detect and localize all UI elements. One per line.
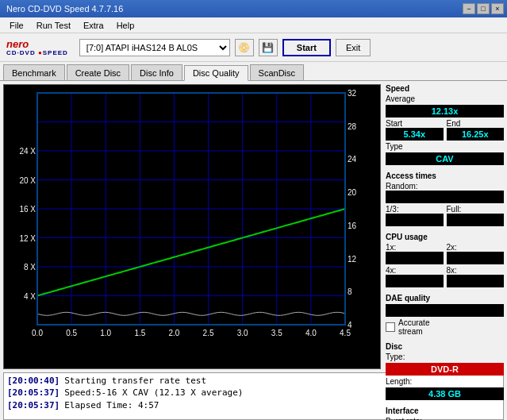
disc-length-value: 4.38 GB bbox=[386, 387, 504, 400]
cpu-x4-label: 4x: bbox=[386, 266, 444, 275]
title-bar: Nero CD-DVD Speed 4.7.7.16 − □ × bbox=[0, 0, 507, 17]
start-value: 5.34x bbox=[386, 128, 444, 141]
type-value: CAV bbox=[386, 152, 504, 165]
cpu-row2: 4x: 8x: bbox=[386, 266, 504, 287]
cpu-x2-col: 2x: bbox=[447, 243, 505, 264]
exit-button[interactable]: Exit bbox=[336, 39, 371, 56]
tab-benchmark[interactable]: Benchmark bbox=[3, 64, 65, 80]
third-value bbox=[386, 214, 444, 226]
toolbar: nero CD·DVD ●SPEED [7:0] ATAPI iHAS124 B… bbox=[0, 33, 507, 62]
cpu-row1: 1x: 2x: bbox=[386, 243, 504, 264]
full-col: Full: bbox=[447, 205, 505, 226]
interface-section: Interface Burst rate: bbox=[386, 407, 504, 420]
disc-title: Disc bbox=[386, 342, 504, 351]
menu-help[interactable]: Help bbox=[110, 19, 141, 32]
access-times-row: Random: bbox=[386, 182, 504, 203]
tab-disc-info[interactable]: Disc Info bbox=[131, 64, 182, 80]
eject-icon-button[interactable]: 📀 bbox=[235, 39, 254, 56]
random-value bbox=[386, 191, 504, 203]
menu-extra[interactable]: Extra bbox=[77, 19, 110, 32]
type-label: Type bbox=[386, 142, 504, 151]
accurate-stream-checkbox[interactable] bbox=[386, 322, 395, 332]
chart-area bbox=[3, 84, 381, 369]
cpu-x8-value bbox=[447, 275, 505, 287]
cpu-x8-col: 8x: bbox=[447, 266, 505, 287]
average-label: Average bbox=[386, 94, 504, 103]
access-times-title: Access times bbox=[386, 171, 504, 180]
third-label: 1/3: bbox=[386, 205, 444, 214]
access-13-full-row: 1/3: Full: bbox=[386, 205, 504, 226]
log-time-0: [20:00:40] bbox=[7, 375, 60, 387]
cpu-x4-col: 4x: bbox=[386, 266, 444, 287]
cpu-x4-value bbox=[386, 275, 444, 287]
disc-type-value: DVD-R bbox=[386, 363, 504, 376]
end-value: 16.25x bbox=[447, 128, 505, 141]
access-times-section: Access times Random: 1/3: Full: bbox=[386, 171, 504, 226]
cpu-x1-value bbox=[386, 252, 444, 264]
speed-title: Speed bbox=[386, 84, 504, 93]
cpu-x2-label: 2x: bbox=[447, 243, 505, 252]
log-msg-0: Starting transfer rate test bbox=[64, 375, 206, 387]
full-label: Full: bbox=[447, 205, 505, 214]
menu-run-test[interactable]: Run Test bbox=[30, 19, 77, 32]
random-col: Random: bbox=[386, 182, 504, 203]
close-button[interactable]: × bbox=[491, 3, 504, 14]
minimize-button[interactable]: − bbox=[463, 3, 475, 14]
title-bar-text: Nero CD-DVD Speed 4.7.7.16 bbox=[6, 4, 123, 13]
maximize-button[interactable]: □ bbox=[477, 3, 490, 14]
cpu-x1-label: 1x: bbox=[386, 243, 444, 252]
end-col: End 16.25x bbox=[447, 119, 505, 141]
log-msg-2: Elapsed Time: 4:57 bbox=[64, 399, 159, 411]
drive-select[interactable]: [7:0] ATAPI iHAS124 B AL0S bbox=[79, 39, 230, 56]
third-col: 1/3: bbox=[386, 205, 444, 226]
log-time-2: [20:05:37] bbox=[7, 399, 60, 411]
nero-logo-text: nero bbox=[6, 39, 68, 49]
tab-create-disc[interactable]: Create Disc bbox=[67, 64, 129, 80]
disc-type-label: Type: bbox=[386, 353, 504, 361]
full-value bbox=[447, 214, 505, 226]
end-label: End bbox=[447, 119, 505, 128]
log-time-1: [20:05:37] bbox=[7, 387, 60, 399]
dae-quality-title: DAE quality bbox=[386, 294, 504, 302]
nero-logo: nero CD·DVD ●SPEED bbox=[6, 39, 68, 56]
start-button[interactable]: Start bbox=[282, 39, 331, 56]
right-panel: Speed Average 12.13x Start 5.34x End 16.… bbox=[384, 81, 507, 372]
title-bar-buttons: − □ × bbox=[463, 3, 504, 14]
start-col: Start 5.34x bbox=[386, 119, 444, 141]
menu-bar: File Run Test Extra Help bbox=[0, 17, 507, 33]
tab-scan-disc[interactable]: ScanDisc bbox=[250, 64, 304, 80]
average-value: 12.13x bbox=[386, 105, 504, 118]
interface-title: Interface bbox=[386, 407, 504, 415]
random-label: Random: bbox=[386, 182, 504, 191]
burst-rate-label: Burst rate: bbox=[386, 417, 504, 420]
tab-bar: Benchmark Create Disc Disc Info Disc Qua… bbox=[0, 62, 507, 81]
speed-section: Speed Average 12.13x Start 5.34x End 16.… bbox=[386, 84, 504, 165]
tab-disc-quality[interactable]: Disc Quality bbox=[184, 65, 248, 81]
nero-logo-subtitle: CD·DVD ●SPEED bbox=[6, 49, 68, 56]
disc-section: Disc Type: DVD-R Length: 4.38 GB bbox=[386, 342, 504, 400]
cpu-usage-title: CPU usage bbox=[386, 233, 504, 241]
cpu-x8-label: 8x: bbox=[447, 266, 505, 275]
dae-quality-section: DAE quality Accuratestream bbox=[386, 294, 504, 336]
accurate-stream-row: Accuratestream bbox=[386, 318, 504, 336]
cpu-x1-col: 1x: bbox=[386, 243, 444, 264]
cpu-usage-section: CPU usage 1x: 2x: 4x: 8x: bbox=[386, 233, 504, 287]
save-icon-button[interactable]: 💾 bbox=[259, 39, 278, 56]
start-label: Start bbox=[386, 119, 444, 128]
menu-file[interactable]: File bbox=[3, 19, 30, 32]
disc-length-label: Length: bbox=[386, 377, 504, 386]
main-content: Speed Average 12.13x Start 5.34x End 16.… bbox=[0, 81, 507, 372]
log-msg-1: Speed:5-16 X CAV (12.13 X average) bbox=[64, 387, 243, 399]
start-end-row: Start 5.34x End 16.25x bbox=[386, 119, 504, 141]
cpu-x2-value bbox=[447, 252, 505, 264]
accurate-stream-label: Accuratestream bbox=[398, 318, 429, 336]
dae-quality-value bbox=[386, 304, 504, 317]
